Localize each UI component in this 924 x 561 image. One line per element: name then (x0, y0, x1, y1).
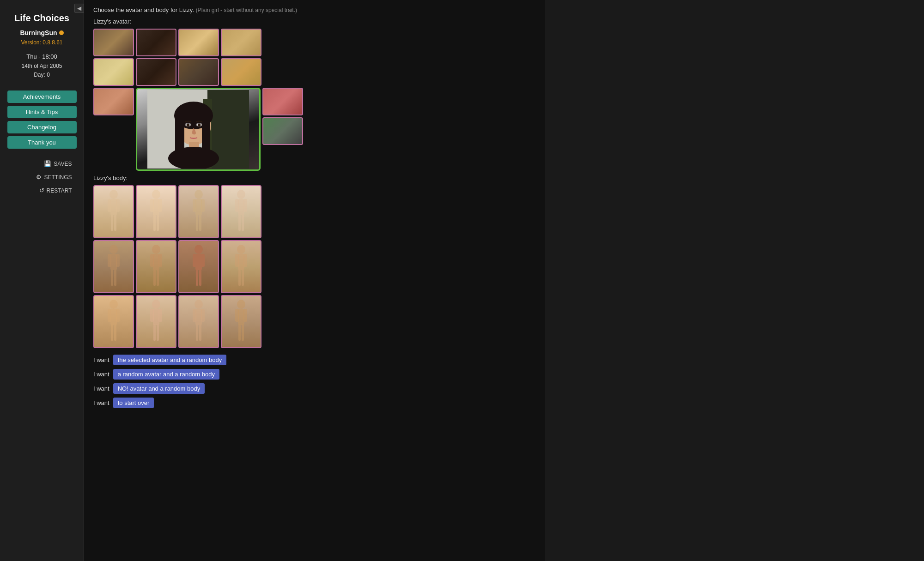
body-row-2 (93, 240, 536, 293)
action-btn-random-avatar[interactable]: a random avatar and a random body (113, 369, 219, 380)
action-row-1: I want the selected avatar and a random … (93, 355, 536, 365)
svg-rect-65 (111, 325, 113, 341)
settings-button[interactable]: ⚙ SETTINGS (7, 171, 77, 183)
avatar-option-8[interactable] (221, 58, 261, 86)
svg-point-19 (152, 190, 160, 199)
body-option-5[interactable] (93, 240, 134, 293)
svg-point-49 (195, 245, 203, 254)
avatar-option-5[interactable] (93, 58, 134, 86)
svg-rect-32 (238, 199, 244, 215)
avatar-section-label: Lizzy's avatar: (93, 18, 536, 25)
svg-rect-57 (235, 254, 239, 267)
avatar-option-4[interactable] (221, 29, 261, 56)
action-prefix-3: I want (93, 385, 109, 392)
svg-point-73 (195, 300, 203, 309)
achievements-button[interactable]: Achievements (7, 90, 77, 103)
avatar-option-1[interactable] (93, 29, 134, 56)
body-9-svg (102, 299, 125, 345)
avatar-row-2 (93, 58, 536, 86)
svg-rect-68 (153, 309, 159, 325)
body-option-11[interactable] (178, 295, 219, 348)
settings-icon: ⚙ (36, 174, 42, 181)
body-option-3[interactable] (178, 185, 219, 238)
svg-rect-22 (158, 199, 162, 212)
action-btn-selected-avatar[interactable]: the selected avatar and a random body (113, 355, 226, 365)
action-btn-no-avatar[interactable]: NO! avatar and a random body (113, 383, 205, 394)
svg-rect-74 (195, 309, 202, 325)
body-option-4[interactable] (221, 185, 261, 238)
svg-rect-53 (196, 270, 198, 286)
action-row-2: I want a random avatar and a random body (93, 369, 536, 380)
date-label: 14th of Apr 2005 (21, 62, 62, 71)
instruction-main: Choose the avatar and body for Lizzy. (93, 6, 194, 13)
svg-point-67 (152, 300, 160, 309)
svg-rect-72 (157, 325, 159, 341)
svg-rect-62 (110, 309, 117, 325)
body-option-8[interactable] (221, 240, 261, 293)
avatar-option-11[interactable] (262, 117, 303, 145)
svg-rect-59 (238, 270, 241, 286)
avatar-option-10[interactable] (262, 88, 303, 115)
collapse-button[interactable]: ◀ (74, 4, 84, 13)
action-row-3: I want NO! avatar and a random body (93, 383, 536, 394)
action-btn-start-over[interactable]: to start over (113, 398, 154, 408)
time-label: Thu - 18:00 (21, 52, 62, 62)
avatar-selected-svg (147, 90, 249, 169)
body-8-svg (230, 244, 253, 290)
svg-point-55 (237, 245, 245, 254)
svg-rect-36 (242, 215, 244, 231)
body-option-10[interactable] (136, 295, 176, 348)
sidebar: ◀ Life Choices BurningSun Version: 0.8.8… (0, 0, 84, 561)
svg-rect-81 (235, 309, 239, 322)
body-12-svg (230, 299, 253, 345)
svg-rect-20 (153, 199, 159, 215)
avatar-option-2[interactable] (136, 29, 176, 56)
body-row-1 (93, 185, 536, 238)
body-option-1[interactable] (93, 185, 134, 238)
svg-rect-40 (116, 254, 120, 267)
svg-rect-77 (196, 325, 198, 341)
changelog-button[interactable]: Changelog (7, 121, 77, 133)
svg-rect-70 (158, 309, 162, 322)
svg-rect-33 (235, 199, 239, 212)
body-1-svg (102, 189, 125, 235)
body-5-svg (102, 244, 125, 290)
game-title: Life Choices (14, 13, 69, 24)
svg-rect-45 (150, 254, 154, 267)
avatar-option-9[interactable] (93, 88, 134, 115)
svg-rect-83 (238, 325, 241, 341)
restart-button[interactable]: ↺ RESTART (7, 185, 77, 196)
avatar-row-3-right (262, 88, 303, 145)
svg-rect-58 (243, 254, 247, 267)
version-label: Version: 0.8.8.61 (21, 39, 62, 46)
body-option-7[interactable] (178, 240, 219, 293)
avatar-option-6[interactable] (136, 58, 176, 86)
svg-rect-47 (153, 270, 156, 286)
body-4-svg (230, 189, 253, 235)
body-option-2[interactable] (136, 185, 176, 238)
hints-tips-button[interactable]: Hints & Tips (7, 106, 77, 118)
svg-rect-17 (111, 215, 113, 231)
svg-rect-42 (114, 270, 116, 286)
body-option-12[interactable] (221, 295, 261, 348)
svg-rect-54 (199, 270, 201, 286)
avatar-option-7[interactable] (178, 58, 219, 86)
thank-you-button[interactable]: Thank you (7, 136, 77, 149)
body-option-9[interactable] (93, 295, 134, 348)
saves-button[interactable]: 💾 SAVES (7, 158, 77, 169)
avatar-option-selected[interactable] (136, 88, 261, 171)
avatar-option-3[interactable] (178, 29, 219, 56)
svg-rect-21 (150, 199, 154, 212)
datetime-panel: Thu - 18:00 14th of Apr 2005 Day: 0 (21, 52, 62, 79)
body-option-6[interactable] (136, 240, 176, 293)
svg-rect-84 (242, 325, 244, 341)
svg-rect-69 (150, 309, 154, 322)
svg-rect-34 (243, 199, 247, 212)
day-label: Day: 0 (21, 71, 62, 79)
avatar-row-3 (93, 88, 536, 171)
body-7-svg (187, 244, 210, 290)
restart-label: RESTART (47, 187, 72, 194)
svg-rect-38 (110, 254, 117, 270)
trait-note: (Plain girl - start without any special … (196, 7, 297, 13)
body-3-svg (187, 189, 210, 235)
